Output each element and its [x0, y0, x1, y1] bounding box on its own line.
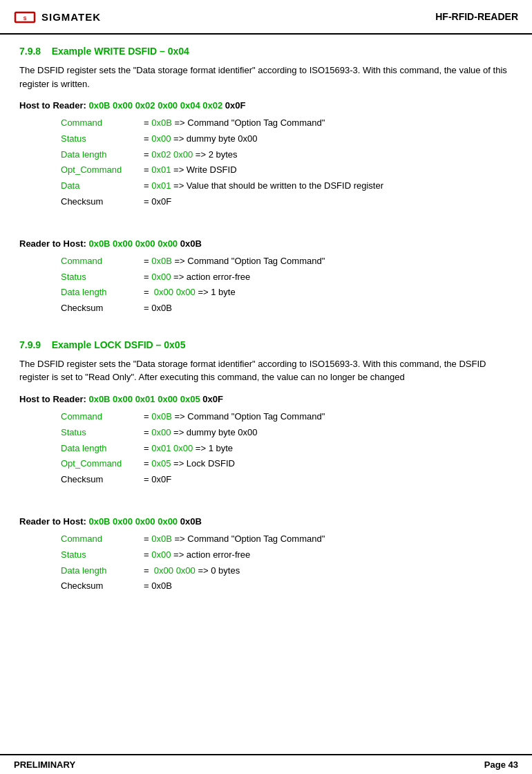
field-optcommand-2: Opt_Command = 0x05 => Lock DSFID: [61, 457, 513, 471]
field-datalength-1: Data length = 0x02 0x00 => 2 bytes: [61, 148, 513, 162]
section-7-9-8-description: The DSFID register sets the "Data storag…: [19, 64, 513, 91]
field-status-r2: Status = 0x00 => action error-free: [61, 548, 513, 563]
host-to-reader-fields-1: Command = 0x0B => Command "Option Tag Co…: [61, 116, 513, 209]
host-to-reader-label-2: Host to Reader: 0x0B 0x00 0x01 0x00 0x05…: [19, 394, 513, 404]
field-status-r1: Status = 0x00 => action error-free: [61, 270, 513, 285]
reader-to-host-fields-2: Command = 0x0B => Command "Option Tag Co…: [61, 532, 513, 594]
field-datalength-r2: Data length = 0x00 0x00 => 0 bytes: [61, 564, 513, 578]
reader-to-host-label-1: Reader to Host: 0x0B 0x00 0x00 0x00 0x0B: [19, 238, 513, 249]
field-datalength-2: Data length = 0x01 0x00 => 1 byte: [61, 442, 513, 456]
field-status-1: Status = 0x00 => dummy byte 0x00: [61, 132, 513, 147]
footer-page-number: Page 43: [484, 759, 518, 770]
field-command-r2: Command = 0x0B => Command "Option Tag Co…: [61, 532, 513, 547]
host-to-reader-fields-2: Command = 0x0B => Command "Option Tag Co…: [61, 410, 513, 487]
field-data-1: Data = 0x01 => Value that should be writ…: [61, 179, 513, 194]
section-7-9-9-heading: 7.9.9 Example LOCK DSFID – 0x05: [19, 339, 513, 350]
field-checksum-r2: Checksum = 0x0B: [61, 579, 513, 594]
company-name: SIGMATEK: [41, 11, 101, 23]
svg-text:S: S: [23, 16, 27, 21]
field-datalength-r1: Data length = 0x00 0x00 => 1 byte: [61, 285, 513, 300]
page-footer: PRELIMINARY Page 43: [0, 754, 532, 774]
company-logo: S SIGMATEK: [14, 6, 101, 28]
reader-to-host-label-2: Reader to Host: 0x0B 0x00 0x00 0x00 0x0B: [19, 516, 513, 527]
field-command-r1: Command = 0x0B => Command "Option Tag Co…: [61, 254, 513, 269]
field-command-1: Command = 0x0B => Command "Option Tag Co…: [61, 116, 513, 131]
section-7-9-8-heading: 7.9.8 Example WRITE DSFID – 0x04: [19, 46, 513, 57]
footer-preliminary: PRELIMINARY: [14, 759, 75, 770]
reader-to-host-fields-1: Command = 0x0B => Command "Option Tag Co…: [61, 254, 513, 316]
field-checksum-1: Checksum = 0x0F: [61, 195, 513, 209]
field-checksum-r1: Checksum = 0x0B: [61, 301, 513, 316]
sigmatek-logo-icon: S: [14, 6, 36, 28]
section-7-9-9: 7.9.9 Example LOCK DSFID – 0x05 The DSFI…: [19, 339, 513, 594]
host-to-reader-label-1: Host to Reader: 0x0B 0x00 0x02 0x00 0x04…: [19, 100, 513, 111]
field-optcommand-1: Opt_Command = 0x01 => Write DSFID: [61, 163, 513, 178]
product-name: HF-RFID-READER: [435, 11, 518, 22]
field-command-2: Command = 0x0B => Command "Option Tag Co…: [61, 410, 513, 424]
page-header: S SIGMATEK HF-RFID-READER: [0, 0, 532, 35]
field-checksum-2: Checksum = 0x0F: [61, 473, 513, 487]
main-content: 7.9.8 Example WRITE DSFID – 0x04 The DSF…: [0, 35, 532, 616]
section-7-9-9-description: The DSFID register sets the "Data storag…: [19, 357, 513, 384]
section-7-9-8: 7.9.8 Example WRITE DSFID – 0x04 The DSF…: [19, 46, 513, 316]
field-status-2: Status = 0x00 => dummy byte 0x00: [61, 426, 513, 440]
